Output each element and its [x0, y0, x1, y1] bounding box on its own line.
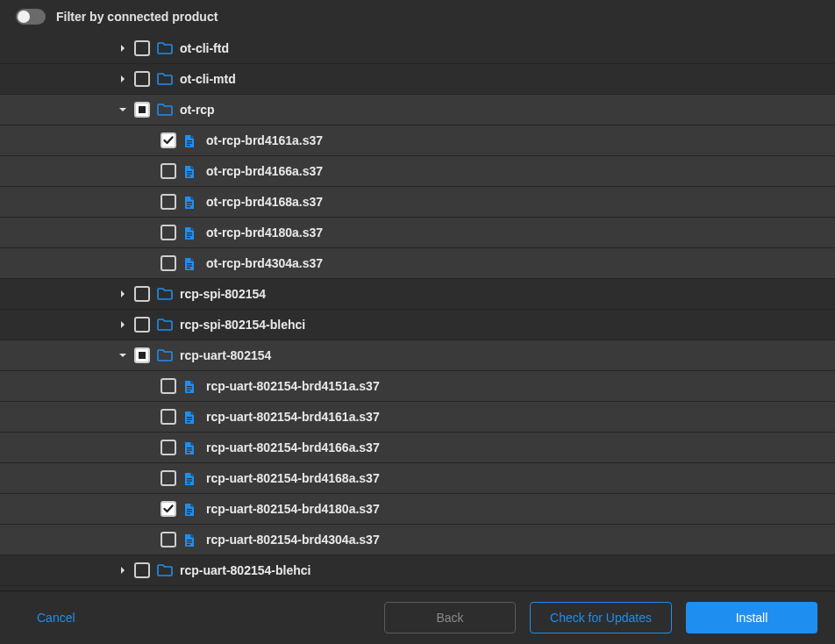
- file-icon: [183, 441, 199, 454]
- folder-label: ot-cli-ftd: [180, 41, 229, 55]
- checkbox[interactable]: [134, 71, 150, 87]
- checkbox[interactable]: [134, 40, 150, 56]
- svg-rect-19: [187, 390, 190, 391]
- file-label: rcp-uart-802154-brd4168a.s37: [206, 471, 380, 485]
- svg-rect-24: [187, 450, 192, 451]
- svg-rect-8: [187, 204, 192, 205]
- file-label: ot-rcp-brd4166a.s37: [206, 164, 323, 178]
- tree-file-row[interactable]: rcp-uart-802154-brd4161a.s37: [0, 402, 835, 433]
- checkbox[interactable]: [161, 163, 176, 179]
- folder-label: ot-rcp: [180, 103, 215, 117]
- toggle-knob: [18, 11, 30, 23]
- svg-rect-13: [187, 263, 192, 264]
- chevron-down-icon[interactable]: [118, 351, 127, 360]
- checkbox[interactable]: [161, 225, 176, 240]
- file-icon: [183, 411, 199, 423]
- svg-rect-5: [187, 174, 192, 175]
- tree-file-row[interactable]: rcp-uart-802154-brd4304a.s37: [0, 525, 835, 555]
- svg-rect-26: [187, 478, 192, 479]
- svg-rect-2: [187, 143, 192, 144]
- chevron-down-icon[interactable]: [118, 105, 127, 114]
- chevron-right-icon[interactable]: [118, 290, 127, 298]
- svg-rect-7: [187, 202, 192, 203]
- svg-rect-9: [187, 206, 190, 207]
- checkbox[interactable]: [134, 562, 150, 578]
- folder-icon: [157, 564, 173, 576]
- svg-rect-22: [187, 421, 190, 422]
- file-icon: [183, 134, 199, 147]
- svg-rect-3: [187, 145, 190, 146]
- filter-toggle[interactable]: [16, 9, 46, 25]
- file-label: ot-rcp-brd4304a.s37: [206, 256, 323, 270]
- svg-rect-0: [139, 106, 146, 113]
- checkbox[interactable]: [134, 102, 150, 118]
- tree-folder-row[interactable]: ot-cli-mtd: [0, 64, 835, 95]
- svg-rect-23: [187, 447, 192, 448]
- checkbox[interactable]: [134, 347, 150, 363]
- chevron-right-icon[interactable]: [118, 320, 127, 329]
- svg-rect-21: [187, 419, 192, 420]
- svg-rect-30: [187, 512, 192, 512]
- checkbox[interactable]: [161, 255, 176, 271]
- file-icon: [183, 503, 199, 515]
- file-label: rcp-uart-802154-brd4151a.s37: [206, 379, 380, 393]
- file-label: ot-rcp-brd4161a.s37: [206, 133, 323, 147]
- filter-label: Filter by connected product: [56, 10, 218, 24]
- checkbox[interactable]: [161, 440, 176, 455]
- tree-file-row[interactable]: ot-rcp-brd4166a.s37: [0, 156, 835, 187]
- back-button[interactable]: Back: [384, 602, 516, 633]
- svg-rect-16: [139, 352, 146, 359]
- tree-file-row[interactable]: ot-rcp-brd4161a.s37: [0, 125, 835, 156]
- checkbox[interactable]: [134, 317, 150, 333]
- chevron-right-icon[interactable]: [118, 566, 127, 575]
- svg-rect-20: [187, 417, 192, 418]
- tree-file-row[interactable]: rcp-uart-802154-brd4180a.s37: [0, 494, 835, 525]
- tree-file-row[interactable]: rcp-uart-802154-brd4166a.s37: [0, 433, 835, 463]
- folder-label: rcp-uart-802154: [180, 348, 271, 362]
- checkbox[interactable]: [161, 501, 176, 517]
- svg-rect-4: [187, 171, 192, 172]
- svg-rect-12: [187, 237, 190, 238]
- svg-rect-1: [187, 140, 192, 141]
- svg-rect-18: [187, 389, 192, 390]
- checkbox[interactable]: [161, 532, 176, 547]
- check-updates-button[interactable]: Check for Updates: [530, 602, 672, 633]
- folder-icon: [157, 349, 173, 361]
- svg-rect-32: [187, 540, 192, 540]
- tree-file-row[interactable]: ot-rcp-brd4168a.s37: [0, 187, 835, 218]
- tree-folder-row[interactable]: rcp-spi-802154-blehci: [0, 310, 835, 340]
- install-button[interactable]: Install: [686, 602, 817, 633]
- chevron-right-icon[interactable]: [118, 75, 127, 83]
- folder-icon: [157, 73, 173, 85]
- tree-file-row[interactable]: ot-rcp-brd4180a.s37: [0, 218, 835, 248]
- file-label: ot-rcp-brd4180a.s37: [206, 225, 323, 240]
- svg-rect-15: [187, 268, 190, 268]
- header-bar: Filter by connected product: [0, 0, 835, 33]
- checkbox[interactable]: [161, 470, 176, 486]
- checkbox[interactable]: [134, 286, 150, 302]
- chevron-right-icon[interactable]: [118, 44, 127, 53]
- file-icon: [183, 472, 199, 484]
- svg-rect-25: [187, 452, 190, 453]
- file-tree[interactable]: ot-cli-ftdot-cli-mtdot-rcpot-rcp-brd4161…: [0, 33, 835, 590]
- checkbox[interactable]: [161, 194, 176, 210]
- checkbox[interactable]: [161, 378, 176, 394]
- tree-folder-row[interactable]: rcp-uart-802154: [0, 340, 835, 371]
- folder-icon: [157, 318, 173, 331]
- svg-rect-17: [187, 386, 192, 387]
- svg-rect-28: [187, 483, 190, 483]
- svg-rect-11: [187, 235, 192, 236]
- tree-file-row[interactable]: ot-rcp-brd4304a.s37: [0, 248, 835, 279]
- tree-file-row[interactable]: rcp-uart-802154-brd4168a.s37: [0, 463, 835, 494]
- file-icon: [183, 165, 199, 177]
- tree-folder-row[interactable]: rcp-uart-802154-blehci: [0, 555, 835, 586]
- checkbox[interactable]: [161, 409, 176, 425]
- tree-folder-row[interactable]: rcp-spi-802154: [0, 279, 835, 310]
- checkbox[interactable]: [161, 132, 176, 148]
- tree-folder-row[interactable]: ot-cli-ftd: [0, 33, 835, 64]
- tree-folder-row[interactable]: ot-rcp: [0, 95, 835, 125]
- footer-bar: Cancel Back Check for Updates Install: [0, 590, 835, 644]
- folder-label: rcp-uart-802154-blehci: [180, 563, 310, 577]
- tree-file-row[interactable]: rcp-uart-802154-brd4151a.s37: [0, 371, 835, 402]
- cancel-button[interactable]: Cancel: [18, 602, 95, 633]
